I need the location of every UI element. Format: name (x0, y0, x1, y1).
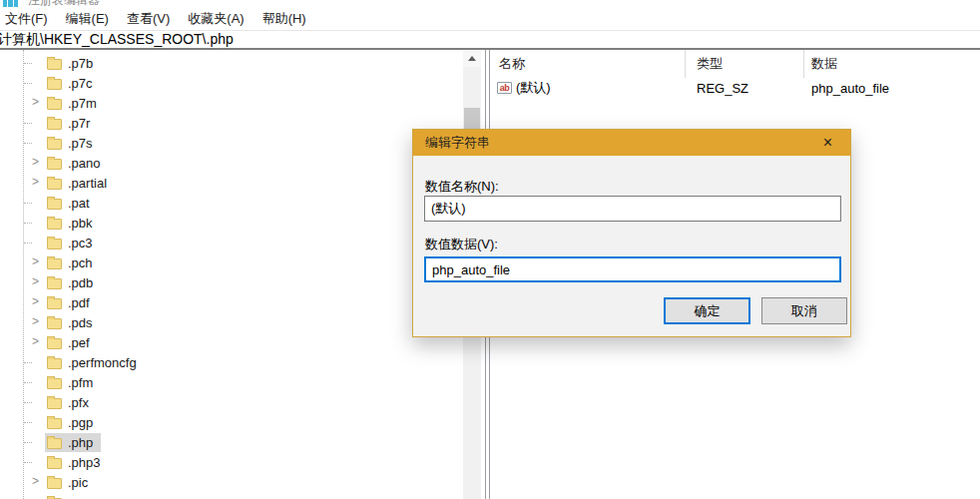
value-row[interactable]: ab (默认) REG_SZ php_auto_file (491, 78, 980, 98)
tree-item-body[interactable]: .perfmoncfg (45, 353, 145, 372)
value-type: REG_SZ (686, 81, 804, 96)
expand-chevron-icon[interactable]: > (23, 252, 45, 272)
expand-chevron-icon[interactable]: > (23, 312, 45, 332)
tree-item-p7b[interactable]: .p7b (0, 53, 463, 73)
tree-item-partial[interactable]: >.partial (0, 173, 463, 193)
tree-connector (23, 392, 45, 412)
tree-item-body[interactable]: .pdf (45, 293, 98, 312)
close-button[interactable]: × (805, 130, 850, 156)
tree-item-pdb[interactable]: >.pdb (0, 272, 463, 292)
dialog-titlebar[interactable]: 编辑字符串 × (413, 130, 850, 156)
scroll-up-button[interactable] (463, 50, 481, 67)
cancel-button[interactable]: 取消 (761, 297, 847, 324)
menu-item-view[interactable]: 查看(V) (118, 10, 179, 28)
menu-item-file[interactable]: 文件(F) (0, 10, 57, 28)
window-titlebar: 注册表编辑器 (0, 0, 980, 8)
tree-item-pch[interactable]: >.pch (0, 252, 463, 272)
folder-icon (47, 258, 62, 269)
expand-chevron-icon[interactable]: > (23, 173, 45, 193)
tree-item-body[interactable]: .p7s (45, 134, 101, 153)
tree-item-body[interactable]: .pc3 (45, 234, 101, 252)
tree-item-body[interactable]: .pbk (45, 214, 101, 233)
tree-item-body[interactable]: .pef (45, 333, 98, 352)
tree-item-body[interactable]: .pfm (45, 373, 101, 392)
chevron-up-icon (468, 56, 476, 61)
folder-icon (47, 458, 62, 469)
tree-item-pef[interactable]: >.pef (0, 332, 463, 352)
folder-icon (47, 378, 62, 389)
folder-icon (47, 59, 62, 70)
tree-item-body[interactable]: .pfx (45, 393, 97, 412)
address-bar[interactable]: 计算机\HKEY_CLASSES_ROOT\.php (0, 30, 980, 50)
expand-chevron-icon[interactable]: > (23, 153, 45, 173)
expand-chevron-icon[interactable]: > (23, 472, 45, 492)
tree-item-label: .pgp (68, 415, 93, 430)
tree-item-body[interactable] (45, 494, 76, 499)
column-header-type[interactable]: 类型 (686, 50, 804, 78)
tree-item-body[interactable]: .pano (45, 154, 109, 173)
tree-item-body[interactable]: .p7c (45, 74, 101, 93)
tree-connector (23, 113, 45, 133)
tree-item-label: .pch (68, 255, 93, 270)
tree-item-pdf[interactable]: >.pdf (0, 292, 463, 312)
expand-chevron-icon[interactable]: > (23, 332, 45, 352)
value-data-input[interactable] (424, 256, 841, 282)
tree-item-pic[interactable]: >.pic (0, 472, 463, 492)
folder-icon (47, 318, 62, 329)
tree-item-pfx[interactable]: .pfx (0, 392, 463, 412)
tree-item-label: .p7b (68, 56, 93, 71)
tree-item-pgp[interactable]: .pgp (0, 412, 463, 432)
values-header-row: 名称 类型 数据 (491, 50, 980, 78)
value-name-input[interactable] (424, 196, 841, 222)
menu-item-edit[interactable]: 编辑(E) (57, 10, 118, 28)
tree-item-pc3[interactable]: .pc3 (0, 233, 463, 252)
value-data: php_auto_file (804, 81, 980, 96)
menu-item-help[interactable]: 帮助(H) (253, 10, 315, 28)
tree-item-pfm[interactable]: .pfm (0, 372, 463, 392)
menu-item-favorites[interactable]: 收藏夹(A) (179, 10, 252, 28)
tree-item-body[interactable]: .pat (45, 194, 98, 213)
column-header-name[interactable]: 名称 (491, 50, 686, 78)
folder-icon (47, 358, 62, 369)
tree-item-pds[interactable]: >.pds (0, 312, 463, 332)
tree-item-p7m[interactable]: >.p7m (0, 93, 463, 113)
tree-item-label: .perfmoncfg (68, 355, 137, 370)
tree-item-pat[interactable]: .pat (0, 193, 463, 213)
tree-item-p7s[interactable]: .p7s (0, 133, 463, 153)
tree-item-body[interactable]: .pic (45, 473, 96, 492)
tree-item-label: .pc3 (68, 236, 93, 250)
tree-item-body[interactable]: .php3 (45, 453, 109, 472)
tree-item-label: .pdf (68, 295, 90, 310)
tree-item-pano[interactable]: >.pano (0, 153, 463, 173)
expand-chevron-icon[interactable]: > (23, 93, 45, 113)
tree-item-label: .php3 (68, 455, 101, 470)
expand-chevron-icon[interactable]: > (23, 292, 45, 312)
column-header-data[interactable]: 数据 (804, 55, 980, 73)
tree-item-body[interactable]: .php (45, 433, 101, 452)
tree-item-php3[interactable]: .php3 (0, 452, 463, 472)
menu-bar: 文件(F) 编辑(E) 查看(V) 收藏夹(A) 帮助(H) (0, 8, 980, 30)
tree-item-p7c[interactable]: .p7c (0, 73, 463, 93)
ok-button[interactable]: 确定 (664, 297, 750, 324)
tree-item-label: .p7r (68, 116, 90, 131)
tree-item-body[interactable]: .pgp (45, 413, 101, 432)
tree-item-partial[interactable] (0, 492, 463, 499)
tree-item-pbk[interactable]: .pbk (0, 213, 463, 233)
tree-item-php[interactable]: .php (0, 432, 463, 452)
tree-item-label: .pic (68, 475, 88, 490)
tree-item-label: .pat (68, 196, 90, 211)
tree-item-p7r[interactable]: .p7r (0, 113, 463, 133)
tree-item-perfmoncfg[interactable]: .perfmoncfg (0, 352, 463, 372)
folder-icon (47, 219, 62, 230)
tree-item-body[interactable]: .p7r (45, 114, 98, 133)
tree-item-body[interactable]: .p7m (45, 94, 105, 113)
expand-chevron-icon[interactable]: > (23, 272, 45, 292)
tree-item-label: .pano (68, 156, 101, 171)
tree-item-label: .pef (68, 335, 90, 350)
tree-item-body[interactable]: .partial (45, 174, 115, 193)
tree-item-body[interactable]: .pch (45, 253, 101, 272)
tree-item-body[interactable]: .p7b (45, 54, 101, 73)
folder-icon (47, 418, 62, 429)
tree-item-body[interactable]: .pds (45, 313, 101, 332)
tree-item-body[interactable]: .pdb (45, 273, 101, 292)
